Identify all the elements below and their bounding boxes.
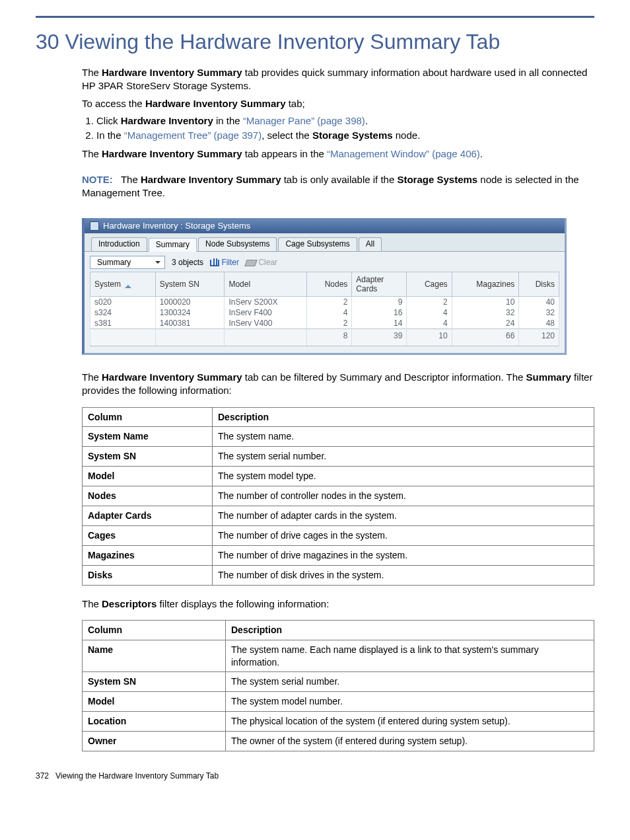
col-system-sn[interactable]: System SN	[155, 272, 225, 297]
table-row: System SNThe system serial number.	[83, 672, 594, 692]
management-window-link[interactable]: “Management Window” (page 406)	[327, 148, 480, 159]
note-label: NOTE:	[82, 174, 113, 185]
grid-row[interactable]: s324 1300324 InServ F400 4 16 4 32 32	[90, 307, 559, 318]
filter-link[interactable]: Filter	[210, 258, 239, 267]
summary-grid: System System SN Model Nodes Adapter Car…	[90, 272, 559, 346]
table-row: NameThe system name. Each name displayed…	[83, 640, 594, 672]
summary-columns-table: Column Description System NameThe system…	[82, 407, 594, 586]
col-magazines[interactable]: Magazines	[452, 272, 519, 297]
table-row: ModelThe system model type.	[83, 467, 594, 486]
table-row: Adapter CardsThe number of adapter cards…	[83, 506, 594, 525]
table-row: ModelThe system model number.	[83, 692, 594, 712]
col-header-column: Column	[83, 407, 213, 427]
page-number: 372	[36, 771, 49, 781]
tab-bar: Introduction Summary Node Subsystems Cag…	[85, 233, 565, 251]
step-2: In the “Management Tree” (page 397), sel…	[96, 129, 594, 142]
steps-list: Click Hardware Inventory in the “Manager…	[82, 114, 594, 143]
col-nodes[interactable]: Nodes	[307, 272, 352, 297]
col-header-column: Column	[83, 620, 226, 640]
window-icon	[90, 221, 99, 231]
sort-ascending-icon	[125, 282, 131, 288]
table-row: DisksThe number of disk drives in the sy…	[83, 565, 594, 585]
manager-pane-link[interactable]: “Manager Pane” (page 398)	[243, 115, 365, 126]
tab-node-subsystems[interactable]: Node Subsystems	[198, 237, 277, 251]
after-figure-paragraph: The Hardware Inventory Summary tab can b…	[82, 371, 594, 398]
object-count: 3 objects	[172, 258, 203, 267]
col-header-description: Description	[226, 620, 594, 640]
grid-toolbar: Summary 3 objects Filter Clear	[90, 256, 559, 269]
window-titlebar: Hardware Inventory : Storage Systems	[85, 218, 565, 233]
descriptors-columns-table: Column Description NameThe system name. …	[82, 620, 594, 751]
management-tree-link[interactable]: “Management Tree” (page 397)	[124, 130, 262, 141]
eraser-icon	[244, 260, 258, 266]
filter-dropdown[interactable]: Summary	[90, 256, 165, 269]
screenshot-figure: Hardware Inventory : Storage Systems Int…	[82, 218, 567, 355]
table-row: LocationThe physical location of the sys…	[83, 712, 594, 732]
tab-summary[interactable]: Summary	[149, 238, 197, 252]
grid-row[interactable]: s381 1400381 InServ V400 2 14 4 24 48	[90, 318, 559, 329]
clear-link[interactable]: Clear	[246, 258, 277, 267]
table-row: System SNThe system serial number.	[83, 447, 594, 467]
between-tables-paragraph: The Descriptors filter displays the foll…	[82, 597, 594, 611]
top-rule	[36, 16, 594, 18]
intro-paragraph-1: The Hardware Inventory Summary tab provi…	[82, 66, 594, 93]
note-paragraph: NOTE: The Hardware Inventory Summary tab…	[82, 173, 594, 200]
col-header-description: Description	[213, 407, 594, 427]
grid-totals-row: 8 39 10 66 120	[90, 329, 559, 346]
filter-icon	[210, 260, 219, 266]
col-model[interactable]: Model	[225, 272, 307, 297]
table-row: NodesThe number of controller nodes in t…	[83, 486, 594, 506]
col-cages[interactable]: Cages	[407, 272, 452, 297]
window-title: Hardware Inventory : Storage Systems	[103, 221, 250, 231]
table-row: MagazinesThe number of drive magazines i…	[83, 545, 594, 565]
tab-cage-subsystems[interactable]: Cage Subsystems	[278, 237, 357, 251]
table-row: System NameThe system name.	[83, 427, 594, 447]
tab-introduction[interactable]: Introduction	[91, 237, 147, 251]
table-row: OwnerThe owner of the system (if entered…	[83, 732, 594, 751]
col-system[interactable]: System	[90, 272, 156, 297]
grid-row[interactable]: s020 1000020 InServ S200X 2 9 2 10 40	[90, 297, 559, 308]
page-footer: 372 Viewing the Hardware Inventory Summa…	[36, 771, 594, 781]
intro-paragraph-3: The Hardware Inventory Summary tab appea…	[82, 147, 594, 161]
col-disks[interactable]: Disks	[519, 272, 559, 297]
page-title: 30 Viewing the Hardware Inventory Summar…	[36, 30, 594, 54]
table-row: CagesThe number of drive cages in the sy…	[83, 525, 594, 545]
col-adapter-cards[interactable]: Adapter Cards	[352, 272, 407, 297]
footer-label: Viewing the Hardware Inventory Summary T…	[55, 771, 219, 781]
step-1: Click Hardware Inventory in the “Manager…	[96, 114, 594, 128]
tab-all[interactable]: All	[359, 237, 382, 251]
intro-paragraph-2: To access the Hardware Inventory Summary…	[82, 97, 594, 110]
